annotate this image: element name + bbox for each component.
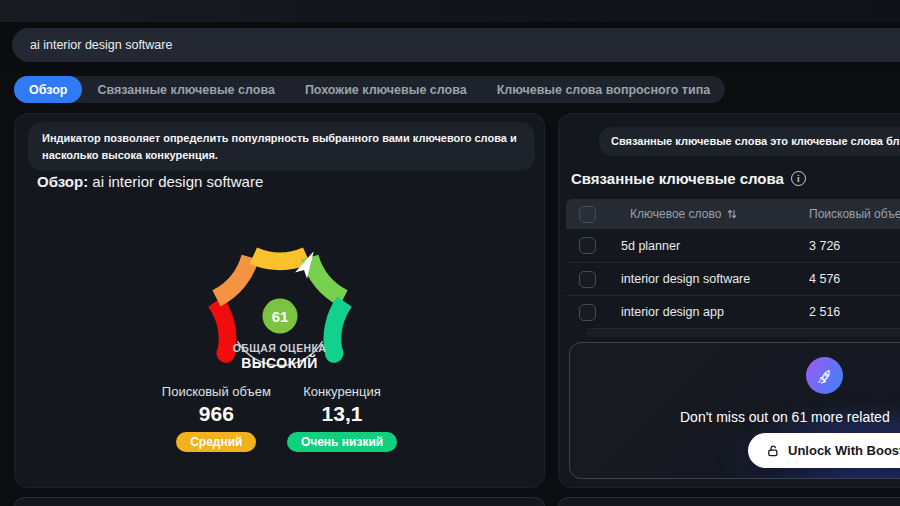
rocket-icon: [815, 366, 835, 386]
table-header: Ключевое слово Поисковый объем: [566, 199, 900, 229]
keyword-research-page: ОбзорСвязанные ключевые словаПохожие клю…: [0, 0, 900, 506]
overview-title-prefix: Обзор:: [37, 173, 88, 190]
overview-card: Индикатор позволяет определить популярно…: [14, 113, 545, 488]
row-checkbox[interactable]: [579, 304, 596, 321]
metric-label: Поисковый объем: [162, 384, 271, 399]
column-volume[interactable]: Поисковый объем: [801, 207, 900, 221]
table-row[interactable]: 5d planner3 726: [566, 229, 900, 262]
metric-competition: Конкуренция 13,1 Очень низкий: [287, 384, 397, 452]
lock-icon: [766, 444, 780, 458]
keyword-cell: interior design software: [596, 272, 801, 286]
sort-icon[interactable]: [727, 208, 737, 220]
search-input[interactable]: [12, 28, 900, 62]
select-all-checkbox[interactable]: [579, 206, 596, 223]
gauge-caption: ОБЩАЯ ОЦЕНКА: [195, 342, 365, 354]
row-checkbox[interactable]: [579, 271, 596, 288]
info-icon[interactable]: i: [791, 171, 806, 186]
tab-bar: ОбзорСвязанные ключевые словаПохожие клю…: [14, 76, 725, 103]
keyword-cell: interior design app: [596, 305, 801, 319]
overview-info-banner: Индикатор позволяет определить популярно…: [28, 122, 535, 171]
unlock-button[interactable]: Unlock With Boost: [748, 433, 900, 468]
gauge-center-value: 61: [271, 308, 288, 325]
locked-row-preview: [587, 328, 900, 337]
keywords-table: Ключевое слово Поисковый объем 5d planne…: [566, 199, 900, 337]
metric-badge: Очень низкий: [287, 432, 397, 452]
related-title-text: Связанные ключевые слова: [571, 170, 784, 187]
tabs-row: ОбзорСвязанные ключевые словаПохожие клю…: [0, 76, 725, 104]
related-info-banner: Связанные ключевые слова это ключевые сл…: [599, 127, 900, 156]
table-body: 5d planner3 726interior design software4…: [566, 229, 900, 328]
metrics: Поисковый объем 966 Средний Конкуренция …: [15, 384, 544, 452]
rocket-badge: [806, 357, 843, 394]
top-bar: [0, 0, 900, 22]
overview-title-keyword: ai interior design software: [88, 173, 263, 190]
promo-text: Don't miss out on 61 more related: [680, 409, 890, 425]
volume-cell: 2 516: [801, 305, 900, 319]
metric-search-volume: Поисковый объем 966 Средний: [162, 384, 271, 452]
gauge: 61 ОБЩАЯ ОЦЕНКА ВЫСОКИЙ: [195, 238, 365, 388]
keyword-cell: 5d planner: [596, 239, 801, 253]
search-bar: [0, 22, 900, 70]
volume-cell: 3 726: [801, 239, 900, 253]
bottom-card-left: [14, 497, 545, 506]
row-checkbox[interactable]: [579, 237, 596, 254]
table-row[interactable]: interior design software4 576: [566, 262, 900, 295]
related-title: Связанные ключевые слова i: [571, 170, 806, 187]
gauge-rating: ВЫСОКИЙ: [195, 355, 365, 371]
tab-overview[interactable]: Обзор: [14, 76, 82, 103]
tab-related-keywords[interactable]: Связанные ключевые слова: [82, 76, 289, 103]
related-card: Связанные ключевые слова это ключевые сл…: [558, 113, 900, 488]
metric-value: 13,1: [287, 402, 397, 426]
table-row[interactable]: interior design app2 516: [566, 295, 900, 328]
tab-similar-keywords[interactable]: Похожие ключевые слова: [290, 76, 482, 103]
metric-value: 966: [162, 402, 271, 426]
bottom-card-right: [558, 497, 900, 506]
column-keyword-label: Ключевое слово: [630, 207, 721, 221]
boost-promo: Don't miss out on 61 more related Unlock…: [569, 342, 900, 479]
volume-cell: 4 576: [801, 272, 900, 286]
overview-title: Обзор: ai interior design software: [37, 173, 263, 190]
column-keyword[interactable]: Ключевое слово: [596, 207, 801, 221]
unlock-button-label: Unlock With Boost: [788, 443, 900, 458]
tab-question-keywords[interactable]: Ключевые слова вопросного типа: [482, 76, 725, 103]
metric-label: Конкуренция: [287, 384, 397, 399]
metric-badge: Средний: [176, 432, 256, 452]
